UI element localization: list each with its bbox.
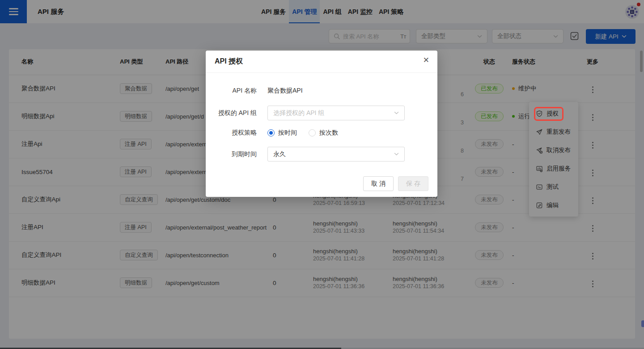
radio-label: 按次数 (319, 129, 338, 137)
expire-row: 到期时间 永久 (206, 147, 437, 162)
policy-row: 授权策略 按时间按次数 (206, 128, 437, 137)
close-icon[interactable]: ✕ (423, 56, 429, 64)
radio-label: 按时间 (278, 129, 297, 137)
api-service-page: API 服务 API 服务API 管理API 组API 监控API 策略 (0, 0, 644, 349)
policy-label: 授权策略 (206, 129, 257, 137)
radio-unselected[interactable] (309, 129, 316, 136)
api-authorize-modal: API 授权 ✕ API 名称 聚合数据API 授权的 API 组 选择授权的 … (206, 51, 437, 197)
cancel-button[interactable]: 取 消 (363, 176, 394, 191)
chevron-down-icon (394, 153, 399, 156)
expire-select[interactable]: 永久 (267, 147, 405, 162)
policy-options: 按时间按次数 (267, 129, 350, 137)
radio-selected[interactable] (267, 129, 275, 136)
modal-buttons: 取 消 保 存 (363, 176, 428, 191)
api-group-row: 授权的 API 组 选择授权的 API 组 (206, 106, 437, 120)
api-name-value: 聚合数据API (267, 87, 303, 95)
api-name-label: API 名称 (206, 87, 257, 95)
expire-label: 到期时间 (206, 150, 257, 158)
api-name-row: API 名称 聚合数据API (206, 87, 437, 95)
save-button-disabled[interactable]: 保 存 (398, 176, 428, 191)
modal-title: API 授权 (206, 51, 437, 73)
api-group-label: 授权的 API 组 (206, 109, 257, 117)
api-group-select[interactable]: 选择授权的 API 组 (267, 106, 405, 120)
click-highlight-annotation (534, 107, 564, 121)
chevron-down-icon (394, 111, 399, 115)
